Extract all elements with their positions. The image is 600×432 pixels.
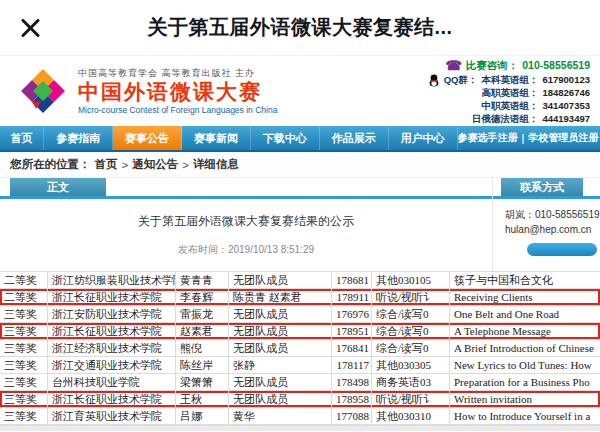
qq-penguin-icon	[428, 74, 440, 87]
cell-name: 王秋	[176, 391, 229, 407]
cell-id: 178117	[332, 357, 372, 373]
consult-label: 比赛咨询：	[466, 58, 519, 72]
qq-group-label: 日俄德法语组：	[472, 113, 539, 126]
cell-team: 无团队成员	[229, 272, 332, 288]
table-row-highlighted: 三等奖浙江长征职业技术学院赵素君无团队成员178951综合/读写0A Telep…	[0, 323, 600, 340]
cell-award: 三等奖	[0, 306, 48, 322]
breadcrumb-notices[interactable]: 通知公告	[132, 157, 178, 172]
cell-school: 台州科技职业学院	[48, 374, 176, 390]
cell-title: Preparation for a Business Pho	[450, 374, 600, 390]
table-row: 三等奖台州科技职业学院梁箫箫无团队成员178498商务英语03Preparati…	[0, 374, 600, 391]
tab-contact-info[interactable]: 联系方式	[501, 178, 583, 196]
cell-name: 赵素君	[176, 323, 229, 339]
cell-team: 无团队成员	[229, 340, 332, 356]
cell-cat: 综合/读写0	[372, 340, 450, 356]
site-logo[interactable]: 中国高等教育学会 高等教育出版社 主办 中国外语微课大赛 Micro-cours…	[16, 64, 277, 118]
nav-item-news[interactable]: 赛事新闻	[182, 126, 251, 150]
cell-team: 无团队成员	[229, 374, 332, 390]
contact-sidebar: 联系方式 胡岚：010-58556519 hulan@hep.com.cn	[492, 178, 600, 271]
cell-team: 无团队成员	[229, 306, 332, 322]
cell-id: 177088	[332, 408, 372, 424]
nav-item-user-center[interactable]: 用户中心	[389, 126, 458, 150]
cell-award: 二等奖	[0, 289, 48, 305]
nav-register-links: 参赛选手注册 | 学校管理员注册 | 登	[458, 126, 600, 150]
header-contact-block: ☎ 比赛咨询：010-58556519 QQ群： 本科英语组：617900123…	[428, 57, 590, 126]
cell-cat: 综合/读写0	[372, 323, 450, 339]
contact-action-button[interactable]	[527, 243, 597, 256]
publish-time: 2019/10/13 8:51:29	[228, 244, 314, 255]
close-icon[interactable]	[16, 14, 44, 42]
organizer-line: 中国高等教育学会 高等教育出版社 主办	[78, 67, 277, 80]
table-row: 三等奖浙江育英职业技术学院吕娜黄华177088其他030310How to In…	[0, 408, 600, 425]
webview-topbar: 关于第五届外语微课大赛复赛结...	[0, 0, 600, 56]
webview-page-title: 关于第五届外语微课大赛复赛结...	[147, 14, 452, 41]
breadcrumb-label: 您所在的位置：	[10, 157, 91, 172]
phone-icon: ☎	[446, 57, 462, 75]
cell-school: 浙江交通职业技术学院	[48, 357, 176, 373]
cell-cat: 其他030310	[372, 408, 450, 424]
cell-title: How to Introduce Yourself in a	[450, 408, 600, 424]
contact-name-phone: 胡岚：010-58556519	[505, 207, 600, 222]
cell-award: 三等奖	[0, 391, 48, 407]
school-admin-register-link[interactable]: 学校管理员注册	[528, 131, 598, 145]
site-name: 中国外语微课大赛	[78, 80, 277, 104]
cell-title: A Brief Introduction of Chinese	[450, 340, 600, 356]
table-row: 二等奖浙江纺织服装职业技术学院黄青青无团队成员178681其他030105筷子与…	[0, 272, 600, 289]
cell-id: 176841	[332, 340, 372, 356]
table-row-highlighted: 二等奖浙江长征职业技术学院李春辉陈贵青 赵素君178911听说/视听讠Recei…	[0, 289, 600, 306]
more-menu-dots-icon[interactable]	[582, 25, 600, 33]
cell-title: One Belt and One Road	[450, 306, 600, 322]
cell-team: 黄华	[229, 408, 332, 424]
cell-id: 178681	[332, 272, 372, 288]
cell-title: Written invitation	[450, 391, 600, 407]
cell-name: 吕娜	[176, 408, 229, 424]
cell-id: 178958	[332, 391, 372, 407]
nav-item-guide[interactable]: 参赛指南	[44, 126, 113, 150]
qq-group-number: 617900123	[542, 74, 590, 87]
cell-cat: 综合/读写0	[372, 306, 450, 322]
table-row: 三等奖浙江经济职业技术学院熊倪无团队成员176841综合/读写0A Brief …	[0, 340, 600, 357]
cell-cat: 其他030105	[372, 272, 450, 288]
qq-group-label: 中职英语组：	[481, 100, 538, 113]
cell-award: 三等奖	[0, 340, 48, 356]
qq-group-number: 341407353	[542, 100, 590, 113]
cell-title: 筷子与中国和合文化	[450, 272, 600, 288]
site-name-english: Micro-course Contest of Foreign Language…	[78, 105, 277, 115]
cell-title: A Telephone Message	[450, 323, 600, 339]
cell-award: 二等奖	[0, 272, 48, 288]
cell-id: 178498	[332, 374, 372, 390]
logo-diamond-icon	[16, 64, 70, 118]
content-area: 正文 关于第五届外语微课大赛复赛结果的公示 发布时间：2019/10/13 8:…	[0, 178, 600, 271]
consult-phone: 010-58556519	[522, 58, 590, 72]
cell-name: 雷振龙	[176, 306, 229, 322]
cell-team: 无团队成员	[229, 391, 332, 407]
tab-article-body[interactable]: 正文	[10, 178, 106, 196]
page-bottom-strip	[0, 425, 600, 431]
cell-name: 熊倪	[176, 340, 229, 356]
breadcrumb-home[interactable]: 首页	[95, 157, 118, 172]
cell-award: 三等奖	[0, 323, 48, 339]
cell-name: 梁箫箫	[176, 374, 229, 390]
qq-label: QQ群：	[444, 74, 478, 87]
cell-award: 三等奖	[0, 357, 48, 373]
breadcrumb: 您所在的位置： 首页 > 通知公告 > 详细信息	[0, 152, 600, 178]
cell-school: 浙江纺织服装职业技术学院	[48, 272, 176, 288]
cell-name: 黄青青	[176, 272, 229, 288]
site-header: 中国高等教育学会 高等教育出版社 主办 中国外语微课大赛 Micro-cours…	[0, 56, 600, 126]
cell-team: 无团队成员	[229, 323, 332, 339]
cell-title: Receiving Clients	[450, 289, 600, 305]
nav-item-home[interactable]: 首页	[0, 126, 44, 150]
cell-school: 浙江长征职业技术学院	[48, 289, 176, 305]
contestant-register-link[interactable]: 参赛选手注册	[458, 131, 518, 145]
results-table: 二等奖浙江纺织服装职业技术学院黄青青无团队成员178681其他030105筷子与…	[0, 271, 600, 425]
cell-cat: 听说/视听讠	[372, 289, 450, 305]
article-column: 正文 关于第五届外语微课大赛复赛结果的公示 发布时间：2019/10/13 8:…	[0, 178, 492, 271]
main-nav: 首页 参赛指南 赛事公告 赛事新闻 下载中心 作品展示 用户中心 参赛选手注册 …	[0, 126, 600, 152]
qq-group-label: 高职英语组：	[481, 87, 538, 100]
nav-item-works[interactable]: 作品展示	[320, 126, 389, 150]
cell-school: 浙江安防职业技术学院	[48, 306, 176, 322]
contact-email: hulan@hep.com.cn	[505, 222, 600, 237]
cell-cat: 听说/视听讠	[372, 391, 450, 407]
nav-item-downloads[interactable]: 下载中心	[251, 126, 320, 150]
nav-item-announcements[interactable]: 赛事公告	[113, 126, 182, 150]
